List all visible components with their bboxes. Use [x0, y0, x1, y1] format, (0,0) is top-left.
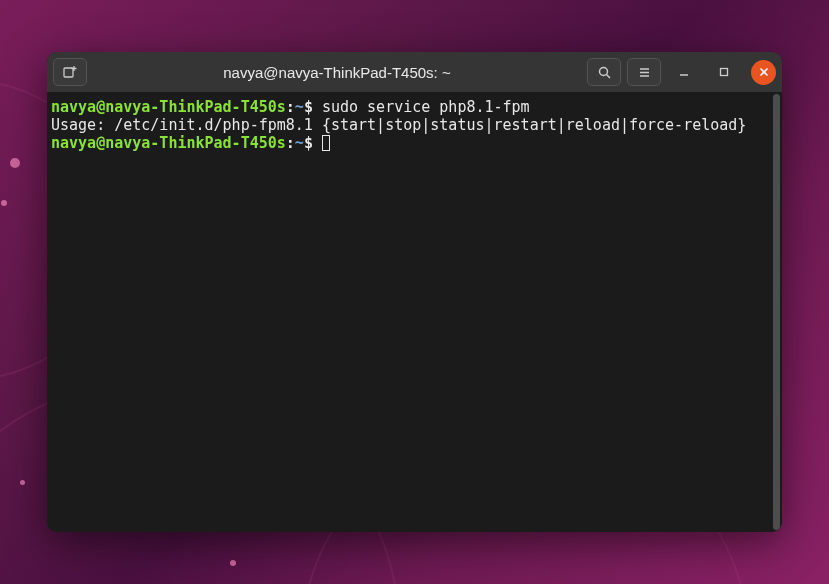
prompt-path: ~ [295, 98, 304, 116]
prompt-symbol: $ [304, 98, 313, 116]
wallpaper-decoration [10, 158, 20, 168]
wallpaper-decoration [230, 560, 236, 566]
titlebar[interactable]: navya@navya-ThinkPad-T450s: ~ [47, 52, 782, 92]
prompt-separator: : [286, 134, 295, 152]
search-button[interactable] [587, 58, 621, 86]
wallpaper-decoration [1, 200, 7, 206]
scrollbar[interactable] [772, 92, 782, 532]
hamburger-icon [637, 65, 652, 80]
menu-button[interactable] [627, 58, 661, 86]
svg-rect-0 [64, 68, 73, 77]
minimize-button[interactable] [667, 58, 701, 86]
prompt-symbol: $ [304, 134, 313, 152]
terminal-window: navya@navya-ThinkPad-T450s: ~ [47, 52, 782, 532]
close-button[interactable] [751, 60, 776, 85]
command-text: sudo service php8.1-fpm [322, 98, 530, 116]
prompt-user-host: navya@navya-ThinkPad-T450s [51, 134, 286, 152]
maximize-button[interactable] [707, 58, 741, 86]
svg-rect-7 [721, 69, 728, 76]
wallpaper-decoration [20, 480, 25, 485]
svg-line-2 [606, 74, 610, 78]
prompt-path: ~ [295, 134, 304, 152]
prompt-user-host: navya@navya-ThinkPad-T450s [51, 98, 286, 116]
cursor [322, 135, 330, 151]
new-tab-button[interactable] [53, 58, 87, 86]
close-icon [759, 67, 769, 77]
output-text: Usage: /etc/init.d/php-fpm8.1 {start|sto… [51, 116, 746, 134]
window-title: navya@navya-ThinkPad-T450s: ~ [91, 64, 583, 81]
new-tab-icon [62, 64, 78, 80]
svg-point-1 [599, 67, 607, 75]
maximize-icon [718, 66, 730, 78]
scrollbar-thumb[interactable] [773, 94, 780, 530]
minimize-icon [678, 66, 690, 78]
prompt-separator: : [286, 98, 295, 116]
terminal-body[interactable]: navya@navya-ThinkPad-T450s:~$ sudo servi… [47, 92, 782, 532]
search-icon [597, 65, 612, 80]
